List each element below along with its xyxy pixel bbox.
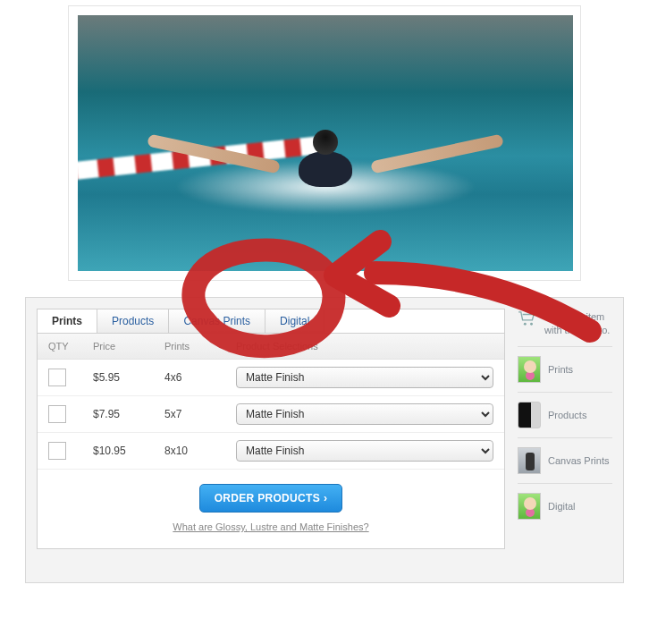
order-hint: Order an item with this photo. <box>518 309 612 347</box>
product-tabs: Prints Products Canvas Prints Digital <box>38 309 504 334</box>
order-panel: Prints Products Canvas Prints Digital QT… <box>25 297 624 583</box>
swimmer <box>191 121 459 192</box>
qty-input[interactable] <box>48 442 66 460</box>
actions-area: ORDER PRODUCTS› What are Glossy, Lustre … <box>38 470 504 548</box>
prints-panel: Prints Products Canvas Prints Digital QT… <box>37 309 505 549</box>
chevron-right-icon: › <box>324 492 327 504</box>
order-sidebar: Order an item with this photo. Prints Pr… <box>518 309 612 529</box>
finishes-help-link[interactable]: What are Glossy, Lustre and Matte Finish… <box>48 521 493 532</box>
sidebar-item-label: Digital <box>548 500 576 513</box>
tab-canvas-prints[interactable]: Canvas Prints <box>169 309 266 333</box>
prints-table-header: QTY Price Prints Product Selections <box>38 334 504 360</box>
order-products-button[interactable]: ORDER PRODUCTS› <box>199 484 343 513</box>
thumb-icon <box>518 493 541 520</box>
svg-point-1 <box>530 323 533 326</box>
col-prints: Prints <box>164 341 236 352</box>
thumb-icon <box>518 356 541 383</box>
order-hint-text: Order an item with this photo. <box>544 310 612 337</box>
price-cell: $10.95 <box>93 445 164 457</box>
qty-input[interactable] <box>48 405 66 423</box>
print-row: $5.95 4x6 Matte Finish <box>38 360 504 396</box>
thumb-icon <box>518 447 541 474</box>
col-qty: QTY <box>48 341 93 352</box>
sidebar-item-label: Products <box>548 409 586 421</box>
tab-prints[interactable]: Prints <box>38 309 97 333</box>
qty-input[interactable] <box>48 369 66 386</box>
col-selections: Product Selections <box>236 341 493 352</box>
tab-digital[interactable]: Digital <box>266 309 324 333</box>
sidebar-item-digital[interactable]: Digital <box>518 484 612 529</box>
price-cell: $7.95 <box>93 408 164 420</box>
sidebar-item-canvas-prints[interactable]: Canvas Prints <box>518 438 612 484</box>
cart-icon <box>518 310 537 326</box>
size-cell: 4x6 <box>164 371 236 384</box>
thumb-icon <box>518 402 541 428</box>
photo-frame <box>68 5 581 281</box>
finish-select[interactable]: Matte Finish <box>236 440 493 462</box>
size-cell: 5x7 <box>164 408 236 420</box>
col-price: Price <box>93 341 164 352</box>
product-photo <box>78 15 573 271</box>
svg-point-0 <box>524 323 527 326</box>
sidebar-item-label: Prints <box>548 363 573 376</box>
print-row: $7.95 5x7 Matte Finish <box>38 396 504 433</box>
finish-select[interactable]: Matte Finish <box>236 367 493 388</box>
size-cell: 8x10 <box>164 445 236 457</box>
tab-products[interactable]: Products <box>97 309 169 333</box>
finish-select[interactable]: Matte Finish <box>236 403 493 425</box>
sidebar-item-label: Canvas Prints <box>548 454 609 467</box>
order-button-label: ORDER PRODUCTS <box>215 492 320 504</box>
print-row: $10.95 8x10 Matte Finish <box>38 433 504 470</box>
sidebar-item-products[interactable]: Products <box>518 393 612 438</box>
sidebar-item-prints[interactable]: Prints <box>518 347 612 393</box>
price-cell: $5.95 <box>93 371 164 384</box>
